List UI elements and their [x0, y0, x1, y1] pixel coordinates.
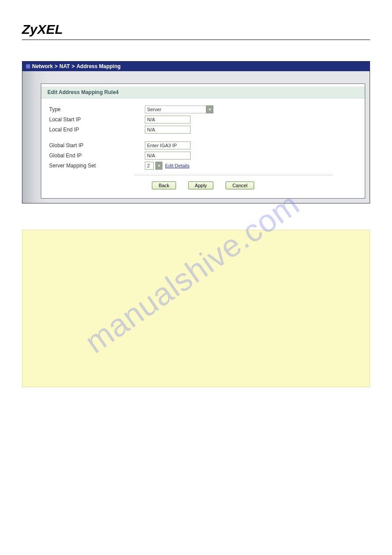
label-global-start-ip: Global Start IP — [47, 142, 145, 149]
row-local-start: Local Start IP N/A — [47, 115, 359, 124]
breadcrumb-item-address-mapping[interactable]: Address Mapping — [76, 63, 121, 69]
panel-body: Edit Address Mapping Rule4 Type Server ▾… — [22, 71, 370, 203]
breadcrumb-item-network[interactable]: Network — [32, 63, 53, 69]
breadcrumb-separator: > — [72, 63, 75, 69]
chevron-down-icon[interactable]: ▾ — [206, 105, 213, 113]
notes-box — [22, 230, 370, 387]
row-mapping-set: Server Mapping Set 2 ▾ Edit Details — [47, 161, 359, 170]
input-local-end-ip[interactable]: N/A — [145, 126, 191, 134]
button-row: Back Apply Cancel — [47, 180, 359, 194]
chevron-down-icon[interactable]: ▾ — [155, 162, 162, 170]
form-card: Edit Address Mapping Rule4 Type Server ▾… — [41, 83, 365, 199]
label-local-start-ip: Local Start IP — [47, 116, 145, 123]
mapping-set-dropdown[interactable]: 2 ▾ Edit Details — [145, 162, 190, 170]
separator — [135, 175, 332, 175]
row-global-start: Global Start IP Enter IGA3 IP — [47, 141, 359, 150]
edit-details-link[interactable]: Edit Details — [165, 163, 190, 168]
input-global-end-ip[interactable]: N/A — [145, 152, 191, 160]
label-type: Type — [47, 106, 145, 112]
section-title: Edit Address Mapping Rule4 — [41, 84, 365, 98]
label-global-end-ip: Global End IP — [47, 152, 145, 159]
type-value: Server — [145, 105, 206, 113]
config-panel: Network > NAT > Address Mapping Edit Add… — [22, 61, 370, 203]
type-dropdown[interactable]: Server ▾ — [145, 105, 213, 113]
brand-logo: ZyXEL — [22, 22, 370, 40]
breadcrumb-item-nat[interactable]: NAT — [59, 63, 70, 69]
cancel-button[interactable]: Cancel — [226, 181, 254, 189]
form-area: Type Server ▾ Local Start IP N/A Local E… — [41, 98, 365, 198]
back-button[interactable]: Back — [152, 181, 176, 189]
breadcrumb: Network > NAT > Address Mapping — [22, 62, 370, 71]
row-global-end: Global End IP N/A — [47, 151, 359, 160]
label-server-mapping-set: Server Mapping Set — [47, 163, 145, 169]
row-local-end: Local End IP N/A — [47, 125, 359, 134]
breadcrumb-separator: > — [54, 63, 58, 69]
mapping-set-value: 2 — [145, 162, 154, 170]
input-local-start-ip[interactable]: N/A — [145, 116, 191, 123]
breadcrumb-icon — [26, 64, 30, 69]
label-local-end-ip: Local End IP — [47, 127, 145, 133]
input-global-start-ip[interactable]: Enter IGA3 IP — [145, 141, 191, 149]
apply-button[interactable]: Apply — [188, 181, 214, 189]
row-type: Type Server ▾ — [47, 105, 359, 114]
